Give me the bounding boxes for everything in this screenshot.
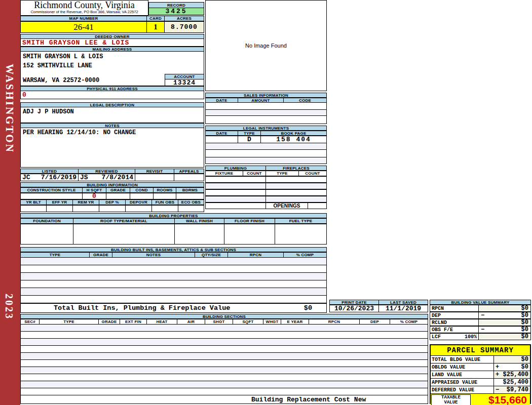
sales-information-title: SALES INFORMATION [205, 93, 327, 98]
building-sections-row [20, 346, 428, 353]
bvs-sign: − [481, 312, 484, 319]
building-value-summary-title: BUILDING VALUE SUMMARY [430, 300, 531, 305]
sales-date-label: DATE [205, 98, 238, 103]
yrblt-label: YR BLT [20, 199, 47, 205]
parcel-summary-title: PARCEL SUMMARY [431, 345, 530, 356]
legal-instrument-row: D 158 404 [205, 136, 327, 143]
effyr-label: EFF YR [47, 199, 73, 205]
ps-value: $25,400 [503, 371, 528, 378]
map-number-label: MAP NUMBER [20, 16, 147, 21]
ps-value: $0 [521, 363, 528, 371]
bs-sec-label: SEC# [20, 319, 40, 325]
fireplace-row [266, 189, 327, 196]
building-sections-row [20, 332, 428, 339]
last-saved-label: LAST SAVED [379, 300, 428, 305]
ps-label: APPRAISED VALUE [431, 379, 494, 386]
sales-row [205, 110, 327, 116]
bs-type-label: TYPE [40, 319, 99, 325]
listed-by: JC [22, 174, 30, 181]
legal-instrument-row [205, 157, 327, 164]
appeals-label: APPEALS [174, 169, 204, 174]
ps-sign: + [496, 371, 499, 378]
ps-label: LAND VALUE [431, 371, 494, 378]
plumbing-footer-cell [205, 202, 266, 209]
bs-extfin-label: EXT FIN [120, 319, 147, 325]
remyr-label: REM YR [73, 199, 99, 205]
building-sections-footer: Building Replacement Cost New [20, 395, 428, 404]
dep-pct-value [99, 205, 126, 212]
bvs-value: $0 [521, 326, 528, 333]
construction-style-label: CONSTRUCTION STYLE [20, 187, 83, 193]
notes-label: NOTES [20, 123, 204, 128]
deeded-owner-label: DEEDED OWNER [20, 34, 204, 39]
legal-description-label: LEGAL DESCRIPTION [20, 102, 204, 107]
map-number-value: 26-41 [20, 21, 147, 33]
plumbing-count-label: COUNT [243, 171, 266, 176]
ps-label: TOTAL BLDG VALUE [431, 356, 494, 363]
built-ins-row [20, 280, 327, 288]
built-ins-row [20, 258, 327, 265]
sidebar-spine: WASHINGTON 2023 [0, 0, 20, 405]
wall-finish-label: WALL FINISH [175, 218, 224, 224]
building-information-title: BUILDING INFORMATION [20, 182, 204, 187]
bdrms-value [176, 193, 204, 199]
depovr-label: DEPOVR [126, 199, 152, 205]
ps-value: $0 [521, 356, 528, 363]
notes-box: PER HEARING 12/14/10: NO CHANGE [20, 128, 204, 168]
print-date-value: 10/26/2023 [329, 305, 379, 312]
taxable-value-row: TAXABLE VALUE $15,660 [431, 394, 530, 405]
bvs-label: RPCN [432, 306, 444, 311]
remyr-value [73, 205, 99, 212]
sidebar-year-label: 2023 [3, 294, 15, 320]
physical-address-value: 0 [20, 91, 204, 99]
rooms-value [154, 193, 176, 199]
bi-qty-label: QTY/SIZE [195, 252, 228, 258]
deeded-owner-value: SMITH GRAYSON LEE & LOIS [20, 39, 204, 47]
fuel-type-label: FUEL TYPE [275, 218, 327, 224]
record-value: 3425 [148, 8, 204, 15]
bs-whgt-label: WHGT [263, 319, 281, 325]
built-ins-total-label: Total Built Ins, Plumbing & Fireplace Va… [54, 304, 230, 312]
foundation-value [20, 224, 73, 245]
no-image-text: No Image Found [245, 43, 287, 49]
bs-dep-label: DEP [360, 319, 390, 325]
fireplace-type-label: TYPE [266, 171, 299, 176]
li-bookpage-label: BOOK PAGE [261, 131, 327, 136]
print-date-label: PRINT DATE [329, 300, 379, 305]
rooms-label: ROOMS [154, 187, 176, 193]
building-replacement-label: Building Replacement Cost New [251, 396, 366, 403]
ps-sign: + [496, 363, 499, 371]
bs-shgt-label: SHGT [205, 319, 233, 325]
fireplace-row [266, 183, 327, 189]
mailing-address-label: MAILING ADDRESS [20, 47, 204, 52]
parcel-summary: PARCEL SUMMARY TOTAL BLDG VALUE $0 OBLDG… [430, 344, 531, 404]
last-saved-value: 11/1/2019 [379, 305, 428, 312]
county-title: Richmond County, Virginia [21, 1, 148, 10]
bs-comp-label: % COMP [390, 319, 428, 325]
openings-label: OPENINGS [266, 202, 308, 209]
bs-sqft-label: SQFT [233, 319, 263, 325]
sales-row [205, 103, 327, 110]
ecoobs-label: ECO OBS [178, 199, 204, 205]
bvs-value: $0 [521, 305, 528, 312]
floor-finish-value [224, 224, 275, 245]
built-ins-row [20, 288, 327, 296]
fuel-type-value [275, 224, 327, 245]
depovr-value [126, 205, 152, 212]
bi-notes-label: NOTES [112, 252, 195, 258]
building-sections-row [20, 360, 428, 367]
plumbing-title: PLUMBING [205, 166, 266, 171]
bvs-label: LCF [432, 334, 441, 340]
reviewed-label: REVIEWED [79, 169, 135, 174]
mailing-line-2: 152 SMITHVILLE LANE [23, 62, 92, 69]
photo-placeholder: No Image Found [205, 0, 327, 91]
reviewed-by: JS [80, 174, 88, 181]
funobs-value [152, 205, 178, 212]
legal-description-box: ADJ J P HUDSON [20, 107, 204, 123]
building-sections-row [20, 353, 428, 360]
legal-instruments-title: LEGAL INSTRUMENTS [205, 126, 327, 131]
li-bookpage-value: 158 404 [261, 136, 327, 143]
floor-finish-label: FLOOR FINISH [224, 218, 275, 224]
bs-grade-label: GRADE [99, 319, 120, 325]
bs-air-label: AIR [177, 319, 205, 325]
